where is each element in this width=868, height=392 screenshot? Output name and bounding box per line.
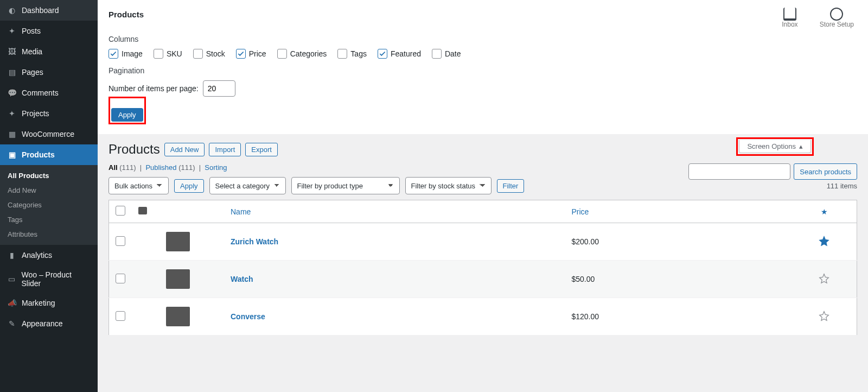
submenu-item-add-new[interactable]: Add New (0, 183, 98, 198)
stock-status-filter[interactable]: Filter by stock status (405, 177, 492, 194)
screen-options-panel: Columns ImageSKUStockPriceCategoriesTags… (98, 28, 868, 134)
sidebar-item-posts[interactable]: ✦Posts (0, 21, 98, 41)
inbox-icon (783, 8, 796, 21)
sidebar-item-label: Appearance (22, 319, 63, 328)
checkbox-icon (277, 49, 287, 59)
page-heading: Products (108, 142, 160, 157)
column-toggle-label: SKU (167, 49, 182, 58)
sidebar-item-projects[interactable]: ✦Projects (0, 103, 98, 124)
product-name-link[interactable]: Zurich Watch (231, 237, 278, 246)
column-toggle-price[interactable]: Price (236, 49, 266, 59)
category-filter[interactable]: Select a category (209, 177, 286, 194)
product-price: $50.00 (565, 261, 792, 298)
sidebar-item-appearance[interactable]: ✎Appearance (0, 313, 98, 334)
featured-toggle[interactable] (819, 273, 829, 284)
inbox-button[interactable]: Inbox (782, 8, 797, 28)
checkbox-icon (108, 49, 118, 59)
product-type-filter[interactable]: Filter by product type (291, 177, 400, 194)
sidebar-item-label: Pages (22, 68, 43, 77)
view-published[interactable]: Published (111) (145, 163, 195, 172)
sidebar-item-marketing[interactable]: 📣Marketing (0, 293, 98, 313)
screen-options-toggle-highlight: Screen Options ▴ (736, 137, 814, 156)
brush-icon: ✎ (7, 318, 17, 329)
column-toggle-featured[interactable]: Featured (378, 49, 421, 59)
star-icon: ★ (821, 207, 828, 216)
checkbox-icon (236, 49, 246, 59)
sidebar-item-label: Projects (22, 109, 49, 118)
screen-options-apply-button[interactable]: Apply (111, 108, 143, 122)
product-name-link[interactable]: Converse (231, 312, 265, 321)
media-icon: 🖼 (7, 46, 17, 57)
pin-icon: ✦ (7, 108, 17, 119)
featured-toggle[interactable] (819, 236, 829, 246)
column-toggle-label: Date (445, 49, 461, 58)
per-page-input[interactable] (203, 80, 235, 97)
sidebar-item-pages[interactable]: ▤Pages (0, 62, 98, 83)
products-table: Name Price ★ Zurich Watch$200.00Watch$50… (108, 200, 857, 336)
row-checkbox[interactable] (116, 274, 125, 283)
submenu-item-all-products[interactable]: All Products (0, 168, 98, 183)
row-checkbox[interactable] (116, 236, 125, 246)
sidebar-item-comments[interactable]: 💬Comments (0, 83, 98, 103)
column-toggle-date[interactable]: Date (432, 49, 461, 59)
admin-sidebar: ◐Dashboard✦Posts🖼Media▤Pages💬Comments✦Pr… (0, 0, 98, 392)
archive-icon: ▣ (7, 149, 17, 160)
column-toggle-image[interactable]: Image (108, 49, 143, 59)
search-button[interactable]: Search products (794, 163, 857, 180)
column-toggle-sku[interactable]: SKU (154, 49, 182, 59)
sidebar-item-dashboard[interactable]: ◐Dashboard (0, 0, 98, 21)
screen-options-toggle[interactable]: Screen Options ▴ (739, 140, 811, 153)
column-toggle-tags[interactable]: Tags (337, 49, 367, 59)
column-header-image[interactable] (132, 200, 224, 223)
store-setup-button[interactable]: Store Setup (820, 8, 854, 28)
top-bar: Products Inbox Store Setup (98, 0, 868, 28)
product-name-link[interactable]: Watch (231, 275, 253, 283)
sidebar-item-label: Marketing (22, 299, 55, 307)
column-header-name[interactable]: Name (224, 200, 565, 223)
submenu-item-tags[interactable]: Tags (0, 212, 98, 227)
column-header-price[interactable]: Price (565, 200, 792, 223)
sidebar-item-media[interactable]: 🖼Media (0, 41, 98, 62)
view-all[interactable]: All (111) (108, 163, 136, 172)
megaphone-icon: 📣 (7, 298, 17, 308)
column-toggle-categories[interactable]: Categories (277, 49, 327, 59)
sidebar-item-label: Analytics (22, 251, 52, 260)
caret-up-icon: ▴ (799, 142, 803, 150)
column-toggle-label: Featured (391, 49, 421, 58)
pagination-section-label: Pagination (108, 66, 857, 75)
checkbox-icon (378, 49, 387, 59)
sidebar-item-label: Dashboard (22, 6, 59, 15)
import-button[interactable]: Import (209, 143, 241, 156)
submenu-item-attributes[interactable]: Attributes (0, 227, 98, 242)
filter-button[interactable]: Filter (497, 179, 525, 193)
submenu-item-categories[interactable]: Categories (0, 198, 98, 212)
sidebar-item-woocommerce[interactable]: ▦WooCommerce (0, 124, 98, 144)
admin-content: Screen Options ▴ Products Add New Import… (98, 134, 868, 392)
sidebar-item-label: WooCommerce (22, 130, 74, 138)
add-new-button[interactable]: Add New (164, 143, 205, 156)
sidebar-item-label: Posts (22, 27, 41, 35)
product-price: $120.00 (565, 298, 792, 336)
table-row: Watch$50.00 (109, 261, 857, 298)
column-toggle-stock[interactable]: Stock (193, 49, 225, 59)
sidebar-item-products[interactable]: ▣Products (0, 144, 98, 165)
setup-label: Store Setup (820, 21, 854, 28)
bulk-actions-select[interactable]: Bulk actions (108, 177, 169, 194)
sidebar-item-woo-product-slider[interactable]: ▭Woo – Product Slider (0, 265, 98, 293)
column-header-featured[interactable]: ★ (792, 200, 857, 223)
sidebar-item-analytics[interactable]: ▮Analytics (0, 245, 98, 265)
product-thumbnail[interactable] (166, 307, 190, 326)
select-all-checkbox[interactable] (116, 206, 125, 216)
bulk-apply-button[interactable]: Apply (174, 179, 204, 193)
product-thumbnail[interactable] (166, 232, 190, 251)
column-toggle-label: Tags (350, 49, 367, 58)
featured-toggle[interactable] (819, 311, 829, 321)
row-checkbox[interactable] (116, 311, 125, 321)
export-button[interactable]: Export (245, 143, 278, 156)
view-sorting[interactable]: Sorting (205, 163, 227, 172)
dashboard-icon: ◐ (7, 5, 17, 16)
search-input[interactable] (688, 163, 790, 180)
product-thumbnail[interactable] (166, 269, 190, 289)
apply-highlight: Apply (108, 97, 146, 124)
chart-icon: ▮ (7, 250, 17, 261)
